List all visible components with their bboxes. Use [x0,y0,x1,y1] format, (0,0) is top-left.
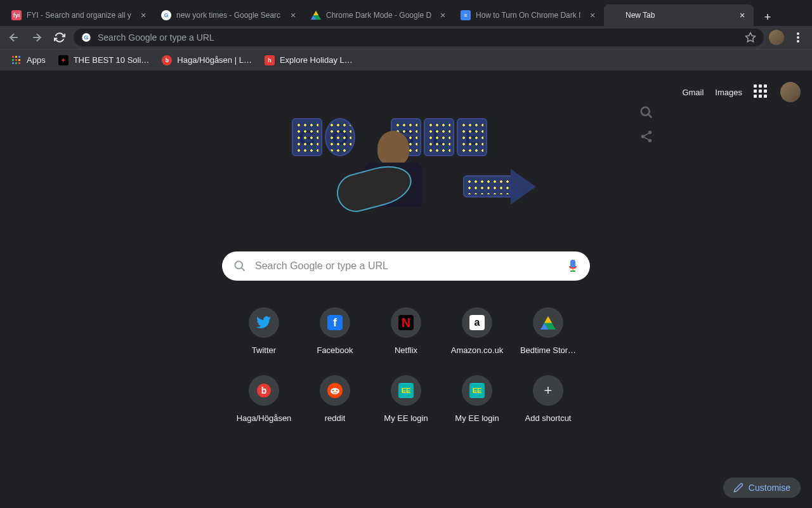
tab-1[interactable]: G new york times - Google Searc × [155,4,304,26]
bookmarks-bar: Apps ✦ THE BEST 10 Soli… b Haga/Högåsen … [0,49,812,70]
shortcut-amazon[interactable]: a Amazon.co.uk [442,302,513,360]
bookmark-label: THE BEST 10 Soli… [74,55,150,65]
back-button[interactable] [5,29,23,46]
svg-rect-17 [18,62,20,64]
svg-rect-15 [12,62,14,64]
shortcut-facebook[interactable]: f Facebook [299,302,370,360]
shortcut-haga[interactable]: b Haga/Högåsen [228,370,299,428]
svg-point-7 [797,36,799,39]
omnibox[interactable]: G [74,29,764,46]
search-input[interactable] [255,260,558,272]
images-link[interactable]: Images [715,88,742,97]
tab-title: new york times - Google Searc [176,11,284,20]
google-apps-button[interactable] [754,84,769,100]
svg-rect-12 [12,59,14,61]
bookmark-label: Explore Holiday L… [280,55,353,65]
search-icon [233,260,246,272]
tab-favicon: G [161,10,171,20]
tab-4-active[interactable]: New Tab × [604,4,754,26]
apps-icon [11,55,22,65]
shortcut-label: Twitter [252,345,276,355]
svg-rect-11 [18,56,20,58]
tab-favicon: ≡ [461,10,471,20]
shortcut-label: Bedtime Stor… [520,345,576,355]
svg-point-32 [336,390,337,391]
svg-line-24 [645,137,648,140]
new-tab-button[interactable]: + [759,8,776,26]
svg-line-26 [242,268,245,271]
shortcut-label: Facebook [317,345,353,355]
svg-line-19 [648,114,652,118]
gmail-link[interactable]: Gmail [682,88,704,97]
shortcut-bedtime[interactable]: Bedtime Stor… [513,302,584,360]
tab-favicon [610,10,620,20]
bookmark-icon: h [265,55,275,65]
svg-point-22 [648,139,652,143]
bookmark-icon: ✦ [58,55,69,65]
bookmark-3[interactable]: h Explore Holiday L… [259,51,358,69]
new-tab-page: Gmail Images G O G L E [0,70,812,508]
bookmark-icon: b [162,55,172,65]
shortcut-ee-2[interactable]: EE My EE login [442,370,513,428]
site-info-icon[interactable]: G [81,32,91,43]
shortcut-label: My EE login [384,413,428,423]
svg-marker-28 [544,316,552,323]
customise-label: Customise [749,483,790,493]
google-doodle[interactable]: G O G L E [292,112,520,239]
svg-point-6 [797,32,799,35]
tab-favicon [311,10,321,20]
tab-strip: fyi FYI - Search and organize all y × G … [0,0,812,26]
tab-3[interactable]: ≡ How to Turn On Chrome Dark I × [454,4,604,26]
tab-2[interactable]: Chrome Dark Mode - Google D × [304,4,454,26]
tab-favicon: fyi [11,10,22,20]
profile-avatar[interactable] [769,30,784,45]
shortcut-label: My EE login [455,413,499,423]
svg-point-30 [331,388,339,394]
shortcut-label: reddit [325,413,346,423]
search-box[interactable] [222,251,590,281]
svg-line-23 [645,133,648,136]
browser-menu-button[interactable] [789,29,807,46]
svg-point-25 [235,262,243,269]
shortcut-reddit[interactable]: reddit [299,370,370,428]
reload-button[interactable] [51,29,69,46]
bookmark-label: Apps [27,55,46,65]
search-icon[interactable] [639,105,653,119]
shortcut-ee-1[interactable]: EE My EE login [370,370,442,428]
close-icon[interactable]: × [138,10,148,20]
close-icon[interactable]: × [587,10,598,20]
svg-point-8 [797,40,799,43]
add-shortcut-button[interactable]: + Add shortcut [513,370,584,428]
forward-button[interactable] [28,29,46,46]
svg-rect-16 [15,62,17,64]
bookmark-label: Haga/Högåsen | L… [177,55,252,65]
bookmark-apps[interactable]: Apps [6,51,51,69]
svg-point-18 [641,107,650,116]
svg-rect-13 [15,59,17,61]
close-icon[interactable]: × [737,10,747,20]
tab-title: New Tab [625,11,733,20]
svg-marker-5 [746,33,756,42]
tab-title: FYI - Search and organize all y [27,11,134,20]
tab-0[interactable]: fyi FYI - Search and organize all y × [5,4,155,26]
bookmark-star-icon[interactable] [745,32,756,43]
address-input[interactable] [98,32,738,43]
voice-search-icon[interactable] [567,260,579,272]
svg-rect-9 [12,56,14,58]
shortcut-twitter[interactable]: Twitter [228,302,299,360]
customise-button[interactable]: Customise [723,478,801,498]
svg-marker-1 [313,11,318,15]
share-icon[interactable] [639,130,653,144]
bookmark-1[interactable]: ✦ THE BEST 10 Soli… [53,51,155,69]
close-icon[interactable]: × [438,10,448,20]
doodle-arrow [463,175,539,213]
header-links: Gmail Images [682,82,801,102]
tab-title: How to Turn On Chrome Dark I [476,11,584,20]
svg-point-20 [648,131,652,135]
account-avatar[interactable] [780,82,801,102]
shortcuts-grid: Twitter f Facebook N Netflix a Amazon.co… [228,302,584,428]
pencil-icon [733,483,743,493]
close-icon[interactable]: × [288,10,298,20]
shortcut-netflix[interactable]: N Netflix [370,302,442,360]
bookmark-2[interactable]: b Haga/Högåsen | L… [157,51,257,69]
